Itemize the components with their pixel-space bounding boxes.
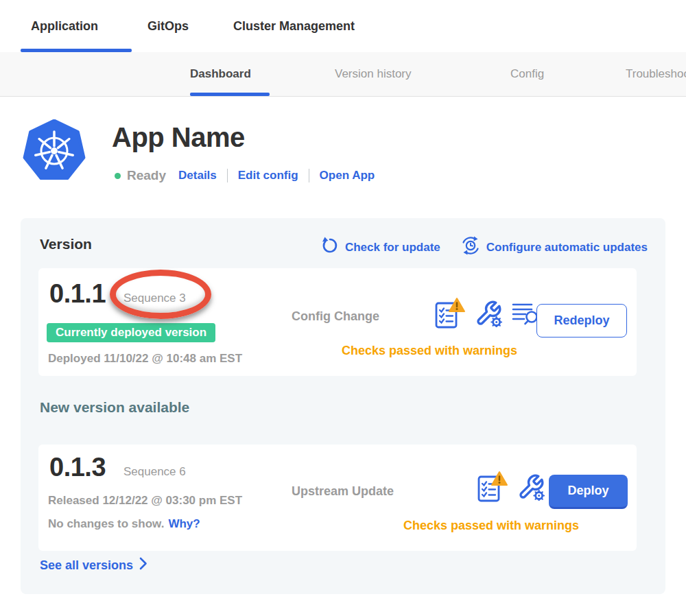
deployed-timestamp: Deployed 11/10/22 @ 10:48 am EST <box>48 352 242 366</box>
see-all-versions-label: See all versions <box>40 558 133 573</box>
version-card-actions: Check for update Configure automatic upd… <box>321 236 648 259</box>
available-version-sequence: Sequence 6 <box>123 465 186 479</box>
divider <box>227 169 228 182</box>
page-title: App Name <box>112 122 245 153</box>
no-changes-text: No changes to show.Why? <box>48 517 200 531</box>
schedule-icon <box>461 236 480 259</box>
redeploy-button[interactable]: Redeploy <box>536 304 627 337</box>
app-status-row: Ready Details Edit config Open App <box>115 166 375 185</box>
current-version-icons <box>434 297 539 333</box>
edit-config-link[interactable]: Edit config <box>238 169 298 182</box>
file-search-icon[interactable] <box>512 301 539 329</box>
no-changes-label: No changes to show. <box>48 517 164 530</box>
check-for-update-label: Check for update <box>345 241 440 254</box>
divider <box>309 169 309 182</box>
configure-automatic-updates-label: Configure automatic updates <box>486 241 648 254</box>
refresh-icon <box>321 237 339 258</box>
version-source-label: Upstream Update <box>292 484 394 499</box>
tab-config[interactable]: Config <box>510 52 544 96</box>
preflight-checklist-warning-icon[interactable] <box>434 297 465 333</box>
configure-automatic-updates-link[interactable]: Configure automatic updates <box>461 236 648 259</box>
current-version-sequence: Sequence 3 <box>123 292 186 305</box>
checks-status-text: Checks passed with warnings <box>313 344 546 358</box>
status-label: Ready <box>127 168 166 183</box>
active-secondary-tab-indicator <box>190 93 270 96</box>
kubernetes-logo-icon <box>23 119 86 185</box>
ready-status-dot-icon <box>115 173 121 179</box>
released-timestamp: Released 12/12/22 @ 03:30 pm EST <box>48 494 242 508</box>
available-version-number: 0.1.3 <box>49 453 106 482</box>
deploy-button[interactable]: Deploy <box>549 475 628 509</box>
details-link[interactable]: Details <box>178 169 217 182</box>
tab-application[interactable]: Application <box>31 0 98 52</box>
tab-dashboard[interactable]: Dashboard <box>190 52 251 96</box>
preflight-checklist-warning-icon[interactable] <box>476 471 508 506</box>
tab-version-history[interactable]: Version history <box>335 52 412 96</box>
why-link[interactable]: Why? <box>168 517 200 530</box>
wrench-gear-icon[interactable] <box>517 473 545 504</box>
new-version-heading: New version available <box>40 399 189 416</box>
version-source-label: Config Change <box>292 309 379 324</box>
checks-status-text: Checks passed with warnings <box>368 519 615 533</box>
see-all-versions-link[interactable]: See all versions <box>40 557 147 573</box>
primary-nav: Application GitOps Cluster Management <box>0 0 686 52</box>
chevron-right-icon <box>139 557 147 573</box>
version-card-title: Version <box>40 236 92 252</box>
tab-gitops[interactable]: GitOps <box>147 0 189 52</box>
available-version-row: 0.1.3 Sequence 6 Released 12/12/22 @ 03:… <box>38 445 637 551</box>
current-version-row: 0.1.1 Sequence 3 Currently deployed vers… <box>38 268 637 376</box>
app-dashboard-page: Application GitOps Cluster Management Da… <box>0 0 686 616</box>
open-app-link[interactable]: Open App <box>320 169 375 182</box>
currently-deployed-badge: Currently deployed version <box>47 323 215 342</box>
tab-cluster-management[interactable]: Cluster Management <box>233 0 355 52</box>
available-version-icons <box>476 471 545 506</box>
wrench-gear-icon[interactable] <box>475 300 502 330</box>
tab-troubleshoot[interactable]: Troubleshoot <box>626 52 686 96</box>
secondary-nav: Dashboard Version history Config Trouble… <box>0 52 686 97</box>
check-for-update-link[interactable]: Check for update <box>321 237 440 258</box>
version-card: Version Check for update <box>21 218 665 594</box>
current-version-number: 0.1.1 <box>49 279 106 309</box>
